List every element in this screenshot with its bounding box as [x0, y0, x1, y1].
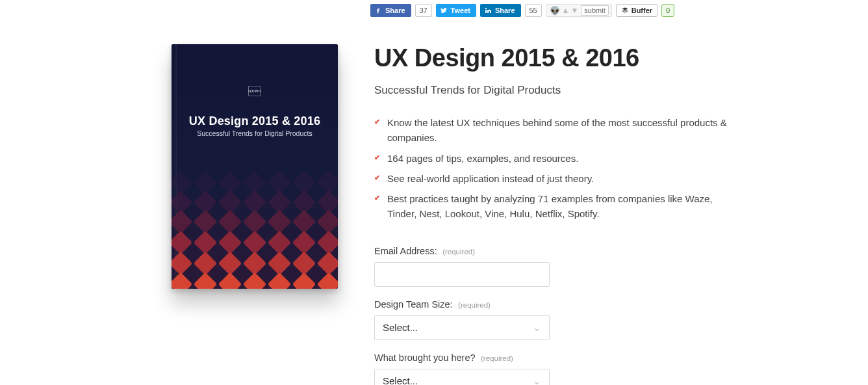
linkedin-share-count: 55: [525, 4, 542, 17]
brought-here-field-group: What brought you here? (required) Select…: [374, 352, 738, 386]
feature-item: Best practices taught by analyzing 71 ex…: [374, 191, 738, 222]
email-field-group: Email Address: (required): [374, 245, 738, 287]
linkedin-icon: [484, 7, 492, 14]
buffer-button[interactable]: Buffer: [616, 4, 657, 17]
page-title: UX Design 2015 & 2016: [374, 44, 738, 72]
linkedin-share-label: Share: [495, 7, 515, 14]
brought-here-label: What brought you here?: [374, 352, 476, 363]
buffer-count: 0: [661, 4, 674, 17]
facebook-share-button[interactable]: Share: [370, 4, 411, 17]
twitter-tweet-button[interactable]: Tweet: [436, 4, 476, 17]
feature-item: 164 pages of tips, examples, and resourc…: [374, 151, 738, 166]
chevron-down-icon: ⌄: [533, 322, 541, 334]
reddit-upvote-icon[interactable]: ▲: [562, 6, 570, 15]
facebook-icon: [374, 7, 382, 14]
social-share-row: Share 37 Tweet Share 55 👽 ▲ ▼ submit Buf…: [370, 4, 868, 17]
buffer-label: Buffer: [632, 7, 652, 14]
twitter-icon: [440, 7, 448, 14]
buffer-icon: [621, 7, 629, 14]
reddit-icon: 👽: [549, 5, 561, 16]
required-hint: (required): [481, 354, 513, 362]
book-cover: UXPin UX Design 2015 & 2016 Successful T…: [172, 44, 338, 289]
linkedin-share-button[interactable]: Share: [480, 4, 521, 17]
team-size-select[interactable]: Select... ⌄: [374, 315, 550, 340]
brought-here-select[interactable]: Select... ⌄: [374, 369, 550, 386]
reddit-downvote-icon[interactable]: ▼: [570, 6, 578, 15]
facebook-share-count: 37: [415, 4, 432, 17]
facebook-share-label: Share: [385, 7, 405, 14]
email-label: Email Address:: [374, 246, 437, 256]
book-pattern: [172, 172, 338, 289]
twitter-tweet-label: Tweet: [451, 7, 470, 14]
book-title: UX Design 2015 & 2016: [172, 114, 338, 128]
book-subtitle: Successful Trends for Digital Products: [172, 129, 338, 137]
select-placeholder: Select...: [383, 322, 418, 333]
chevron-down-icon: ⌄: [533, 375, 541, 386]
email-input[interactable]: [374, 262, 550, 287]
page-subtitle: Successful Trends for Digital Products: [374, 84, 738, 97]
team-size-field-group: Design Team Size: (required) Select... ⌄: [374, 299, 738, 340]
select-placeholder: Select...: [383, 375, 418, 385]
book-badge: UXPin: [248, 86, 261, 96]
reddit-submit-button[interactable]: submit: [581, 5, 608, 16]
required-hint: (required): [442, 248, 475, 256]
feature-item: Know the latest UX techniques behind som…: [374, 115, 738, 146]
reddit-submit-widget: 👽 ▲ ▼ submit: [546, 4, 612, 17]
feature-list: Know the latest UX techniques behind som…: [374, 115, 738, 222]
feature-item: See real-world application instead of ju…: [374, 171, 738, 186]
required-hint: (required): [458, 301, 491, 309]
team-size-label: Design Team Size:: [374, 299, 453, 310]
